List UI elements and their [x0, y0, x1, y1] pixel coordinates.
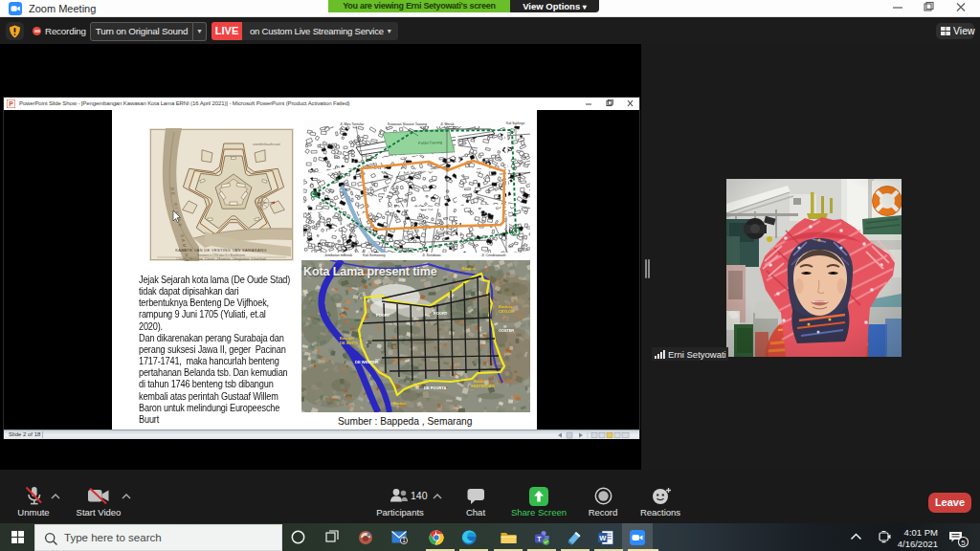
svg-text:Bastion: Bastion	[393, 402, 408, 406]
svg-text:Bastion: Bastion	[499, 305, 513, 309]
svg-text:W: W	[599, 534, 607, 542]
svg-text:POORT: POORT	[376, 313, 390, 318]
svg-text:Kali Sunlitoyo: Kali Sunlitoyo	[506, 121, 525, 125]
svg-text:vanderlaudsraat: vanderlaudsraat	[253, 142, 281, 146]
svg-text:Jl. Mpu Tantular: Jl. Mpu Tantular	[340, 122, 365, 126]
svg-text:5: 5	[961, 539, 966, 547]
svg-text:CEYLON: CEYLON	[499, 310, 514, 314]
svg-text:AMSTERDAM: AMSTERDAM	[471, 385, 495, 388]
svg-text:DE WESTER: DE WESTER	[355, 360, 378, 364]
svg-text:PolderTawang: PolderTawang	[418, 140, 443, 145]
svg-text:Kawasan Stasiun Tawang: Kawasan Stasiun Tawang	[388, 122, 427, 126]
svg-text:Jl. Cendrawasih: Jl. Cendrawasih	[481, 253, 506, 257]
svg-text:Bastion: Bastion	[462, 267, 477, 271]
svg-text:1 Zuland 2 Amsterdam 3 Utr: 1 Zuland 2 Amsterdam 3 Utrecht 4 Raamslu…	[176, 257, 266, 261]
svg-text:Jl. Sendowo: Jl. Sendowo	[422, 253, 441, 257]
svg-text:Jl. Merak: Jl. Merak	[440, 122, 455, 126]
svg-text:KAARTE VAN DE VESTING VAN SAMA: KAARTE VAN DE VESTING VAN SAMARANG	[175, 248, 267, 253]
svg-text:POORT: POORT	[434, 311, 448, 316]
svg-text:Jembatan mBerok: Jembatan mBerok	[324, 253, 352, 257]
svg-text:Kali Semarang: Kali Semarang	[363, 253, 386, 257]
svg-text:P: P	[9, 100, 13, 107]
svg-text:1: 1	[402, 537, 406, 543]
svg-text:Genomen in 1706 door G v Broek: Genomen in 1706 door G v Broekhuizen	[197, 253, 246, 257]
svg-text:DE SMITS: DE SMITS	[340, 341, 358, 345]
svg-text:T: T	[537, 536, 542, 542]
svg-text:Bastion: Bastion	[474, 380, 488, 384]
svg-text:OOSTER: OOSTER	[499, 329, 514, 333]
svg-text:DE POORTA: DE POORTA	[424, 386, 447, 390]
